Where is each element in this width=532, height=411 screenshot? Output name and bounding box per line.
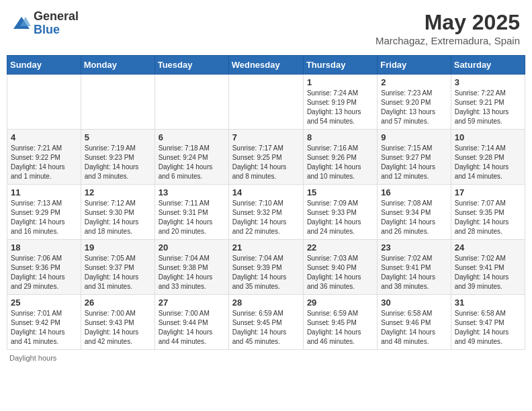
day-info: Sunrise: 7:15 AM Sunset: 9:27 PM Dayligh… bbox=[381, 144, 447, 181]
day-info: Sunrise: 6:59 AM Sunset: 9:45 PM Dayligh… bbox=[232, 309, 300, 347]
calendar-cell: 26Sunrise: 7:00 AM Sunset: 9:43 PM Dayli… bbox=[81, 295, 154, 350]
day-number: 18 bbox=[11, 242, 77, 253]
day-number: 16 bbox=[381, 187, 447, 197]
day-number: 3 bbox=[455, 77, 521, 87]
day-number: 19 bbox=[85, 242, 151, 253]
day-info: Sunrise: 7:13 AM Sunset: 9:29 PM Dayligh… bbox=[11, 199, 77, 236]
calendar-week-3: 11Sunrise: 7:13 AM Sunset: 9:29 PM Dayli… bbox=[7, 185, 525, 240]
day-info: Sunrise: 7:17 AM Sunset: 9:25 PM Dayligh… bbox=[232, 144, 300, 181]
calendar-cell: 9Sunrise: 7:15 AM Sunset: 9:27 PM Daylig… bbox=[378, 130, 451, 185]
day-header-saturday: Saturday bbox=[451, 56, 525, 75]
day-info: Sunrise: 7:03 AM Sunset: 9:40 PM Dayligh… bbox=[307, 254, 373, 291]
day-header-sunday: Sunday bbox=[7, 56, 81, 75]
day-info: Sunrise: 7:19 AM Sunset: 9:23 PM Dayligh… bbox=[85, 144, 151, 181]
day-info: Sunrise: 7:05 AM Sunset: 9:37 PM Dayligh… bbox=[85, 254, 151, 291]
day-info: Sunrise: 7:22 AM Sunset: 9:21 PM Dayligh… bbox=[455, 89, 521, 126]
day-info: Sunrise: 7:24 AM Sunset: 9:19 PM Dayligh… bbox=[307, 89, 373, 126]
day-number: 13 bbox=[159, 187, 225, 197]
calendar-cell: 12Sunrise: 7:12 AM Sunset: 9:30 PM Dayli… bbox=[81, 185, 154, 240]
day-info: Sunrise: 7:00 AM Sunset: 9:44 PM Dayligh… bbox=[159, 309, 225, 347]
calendar-week-5: 25Sunrise: 7:01 AM Sunset: 9:42 PM Dayli… bbox=[7, 295, 525, 350]
day-number: 11 bbox=[11, 187, 77, 197]
day-info: Sunrise: 7:16 AM Sunset: 9:26 PM Dayligh… bbox=[307, 144, 373, 181]
calendar-cell: 19Sunrise: 7:05 AM Sunset: 9:37 PM Dayli… bbox=[81, 240, 154, 295]
calendar-cell: 23Sunrise: 7:02 AM Sunset: 9:41 PM Dayli… bbox=[378, 240, 451, 295]
calendar-cell: 31Sunrise: 6:58 AM Sunset: 9:47 PM Dayli… bbox=[451, 295, 525, 350]
day-number: 30 bbox=[381, 298, 447, 308]
day-info: Sunrise: 7:12 AM Sunset: 9:30 PM Dayligh… bbox=[85, 199, 151, 236]
calendar-cell bbox=[154, 75, 228, 130]
day-number: 9 bbox=[381, 132, 447, 142]
calendar-cell: 3Sunrise: 7:22 AM Sunset: 9:21 PM Daylig… bbox=[451, 75, 525, 130]
calendar-week-1: 1Sunrise: 7:24 AM Sunset: 9:19 PM Daylig… bbox=[7, 75, 525, 130]
month-title: May 2025 bbox=[375, 10, 520, 35]
day-info: Sunrise: 7:02 AM Sunset: 9:41 PM Dayligh… bbox=[455, 254, 521, 291]
day-info: Sunrise: 7:01 AM Sunset: 9:42 PM Dayligh… bbox=[11, 309, 77, 347]
day-number: 2 bbox=[381, 77, 447, 87]
calendar-cell: 30Sunrise: 6:58 AM Sunset: 9:46 PM Dayli… bbox=[378, 295, 451, 350]
day-header-friday: Friday bbox=[378, 56, 451, 75]
day-info: Sunrise: 7:00 AM Sunset: 9:43 PM Dayligh… bbox=[85, 309, 151, 347]
page-header: General Blue May 2025 Marchagaz, Extrema… bbox=[7, 7, 525, 50]
day-info: Sunrise: 7:09 AM Sunset: 9:33 PM Dayligh… bbox=[307, 199, 373, 236]
day-number: 7 bbox=[232, 132, 300, 142]
day-number: 29 bbox=[307, 298, 373, 308]
calendar-table: SundayMondayTuesdayWednesdayThursdayFrid… bbox=[7, 55, 525, 350]
calendar-cell bbox=[81, 75, 154, 130]
day-number: 28 bbox=[232, 298, 300, 308]
calendar-cell: 15Sunrise: 7:09 AM Sunset: 9:33 PM Dayli… bbox=[303, 185, 377, 240]
calendar-cell: 16Sunrise: 7:08 AM Sunset: 9:34 PM Dayli… bbox=[378, 185, 451, 240]
day-info: Sunrise: 7:18 AM Sunset: 9:24 PM Dayligh… bbox=[159, 144, 225, 181]
calendar-cell: 14Sunrise: 7:10 AM Sunset: 9:32 PM Dayli… bbox=[228, 185, 303, 240]
logo-blue-text: Blue bbox=[34, 24, 79, 37]
calendar-week-2: 4Sunrise: 7:21 AM Sunset: 9:22 PM Daylig… bbox=[7, 130, 525, 185]
calendar-cell: 6Sunrise: 7:18 AM Sunset: 9:24 PM Daylig… bbox=[154, 130, 228, 185]
day-info: Sunrise: 6:58 AM Sunset: 9:46 PM Dayligh… bbox=[381, 309, 447, 347]
day-info: Sunrise: 7:10 AM Sunset: 9:32 PM Dayligh… bbox=[232, 199, 300, 236]
day-number: 20 bbox=[159, 242, 225, 253]
day-number: 6 bbox=[159, 132, 225, 142]
day-number: 5 bbox=[85, 132, 151, 142]
calendar-cell: 1Sunrise: 7:24 AM Sunset: 9:19 PM Daylig… bbox=[303, 75, 377, 130]
calendar-cell: 25Sunrise: 7:01 AM Sunset: 9:42 PM Dayli… bbox=[7, 295, 81, 350]
day-number: 27 bbox=[159, 298, 225, 308]
day-info: Sunrise: 7:07 AM Sunset: 9:35 PM Dayligh… bbox=[455, 199, 521, 236]
day-number: 22 bbox=[307, 242, 373, 253]
day-number: 23 bbox=[381, 242, 447, 253]
day-header-wednesday: Wednesday bbox=[228, 56, 303, 75]
day-info: Sunrise: 7:11 AM Sunset: 9:31 PM Dayligh… bbox=[159, 199, 225, 236]
calendar-cell: 8Sunrise: 7:16 AM Sunset: 9:26 PM Daylig… bbox=[303, 130, 377, 185]
calendar-cell: 2Sunrise: 7:23 AM Sunset: 9:20 PM Daylig… bbox=[378, 75, 451, 130]
calendar-cell: 28Sunrise: 6:59 AM Sunset: 9:45 PM Dayli… bbox=[228, 295, 303, 350]
calendar-cell: 10Sunrise: 7:14 AM Sunset: 9:28 PM Dayli… bbox=[451, 130, 525, 185]
day-header-thursday: Thursday bbox=[303, 56, 377, 75]
calendar-cell: 29Sunrise: 6:59 AM Sunset: 9:45 PM Dayli… bbox=[303, 295, 377, 350]
day-info: Sunrise: 7:02 AM Sunset: 9:41 PM Dayligh… bbox=[381, 254, 447, 291]
day-info: Sunrise: 7:21 AM Sunset: 9:22 PM Dayligh… bbox=[11, 144, 77, 181]
calendar-cell: 18Sunrise: 7:06 AM Sunset: 9:36 PM Dayli… bbox=[7, 240, 81, 295]
calendar-cell: 20Sunrise: 7:04 AM Sunset: 9:38 PM Dayli… bbox=[154, 240, 228, 295]
day-number: 12 bbox=[85, 187, 151, 197]
location-title: Marchagaz, Extremadura, Spain bbox=[375, 35, 520, 46]
day-header-tuesday: Tuesday bbox=[154, 56, 228, 75]
calendar-cell: 13Sunrise: 7:11 AM Sunset: 9:31 PM Dayli… bbox=[154, 185, 228, 240]
calendar-cell: 7Sunrise: 7:17 AM Sunset: 9:25 PM Daylig… bbox=[228, 130, 303, 185]
calendar-cell: 17Sunrise: 7:07 AM Sunset: 9:35 PM Dayli… bbox=[451, 185, 525, 240]
footer-note: Daylight hours bbox=[7, 354, 525, 362]
day-number: 21 bbox=[232, 242, 300, 253]
day-info: Sunrise: 7:08 AM Sunset: 9:34 PM Dayligh… bbox=[381, 199, 447, 236]
calendar-cell: 27Sunrise: 7:00 AM Sunset: 9:44 PM Dayli… bbox=[154, 295, 228, 350]
day-number: 14 bbox=[232, 187, 300, 197]
calendar-cell: 4Sunrise: 7:21 AM Sunset: 9:22 PM Daylig… bbox=[7, 130, 81, 185]
calendar-header-row: SundayMondayTuesdayWednesdayThursdayFrid… bbox=[7, 56, 525, 75]
calendar-cell: 24Sunrise: 7:02 AM Sunset: 9:41 PM Dayli… bbox=[451, 240, 525, 295]
day-info: Sunrise: 6:58 AM Sunset: 9:47 PM Dayligh… bbox=[455, 309, 521, 347]
calendar-cell: 5Sunrise: 7:19 AM Sunset: 9:23 PM Daylig… bbox=[81, 130, 154, 185]
day-info: Sunrise: 7:06 AM Sunset: 9:36 PM Dayligh… bbox=[11, 254, 77, 291]
day-number: 10 bbox=[455, 132, 521, 142]
day-number: 25 bbox=[11, 298, 77, 308]
calendar-cell bbox=[228, 75, 303, 130]
day-header-monday: Monday bbox=[81, 56, 154, 75]
logo: General Blue bbox=[12, 10, 79, 37]
day-number: 26 bbox=[85, 298, 151, 308]
